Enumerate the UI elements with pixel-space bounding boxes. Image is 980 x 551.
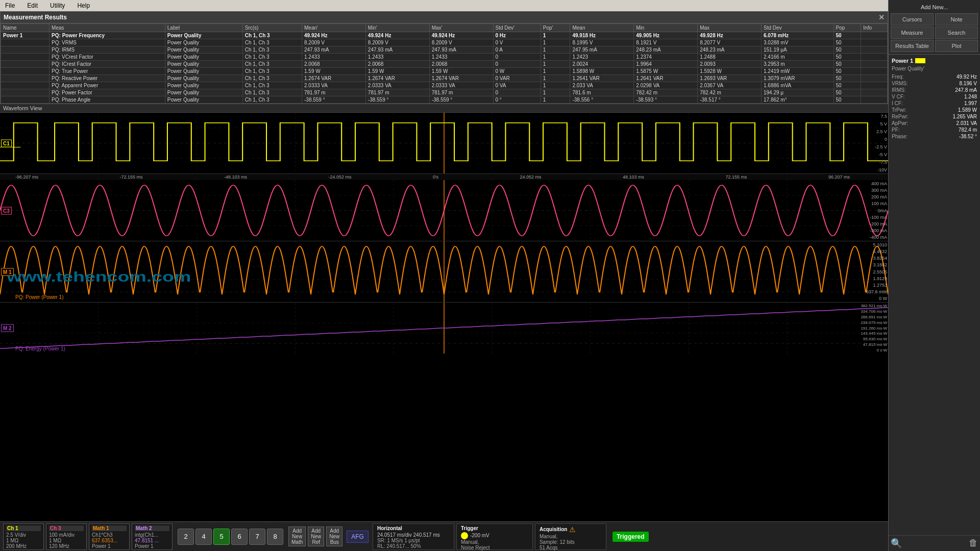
horizontal-label: Horizontal <box>377 525 450 531</box>
time-label-6: 48.103 ms <box>623 174 644 180</box>
time-label-8: 96.207 ms <box>828 174 850 180</box>
acquisition-warning-icon: ⚠ <box>569 525 576 534</box>
plot-button[interactable]: Plot <box>935 40 978 52</box>
note-button[interactable]: Note <box>935 13 978 26</box>
search-button[interactable]: Search <box>935 27 978 39</box>
math2-value: 47.8151 ... <box>135 538 169 543</box>
time-label-5: 24.052 ms <box>520 174 542 180</box>
m2-desc: PQ: Energy (Power 1) <box>15 346 65 352</box>
col-pop: Pop <box>834 24 861 32</box>
ch1-waveform <box>0 113 888 173</box>
col-min: Min <box>634 24 698 32</box>
horizontal-main: 24.0517 ms/div 240.517 ms <box>377 532 450 538</box>
m1-row: M 1 PQ: Power (Power 1) <box>0 241 888 303</box>
pq-row: RePwr:1.265 VAR <box>892 113 977 120</box>
num-btn-8[interactable]: 8 <box>267 529 283 545</box>
waveform-section: Waveform View C1 <box>0 104 888 521</box>
ch1-info-box[interactable]: Ch 1 2.5 V/div 1 MΩ 200 MHz <box>3 523 44 550</box>
m2-waveform <box>0 303 888 354</box>
menu-help[interactable]: Help <box>74 1 93 10</box>
math1-formula: Ch1*Ch3 <box>92 532 127 538</box>
ch1-scale-labels: 7.55 V2.5 V0-2.5 V-5 V-7.5-10V <box>852 113 888 173</box>
meas-table: Name Meas Label Src(s) Mean' Min' Max' S… <box>1 23 888 104</box>
horizontal-info[interactable]: Horizontal 24.0517 ms/div 240.517 ms SR:… <box>373 523 454 550</box>
results-sidebar: Power 1 Power Quality' Freq:49.92 HzVRMS… <box>889 54 980 535</box>
measure-button[interactable]: Measure <box>891 27 934 39</box>
pq-row: TrPwr:1.589 W <box>892 107 977 113</box>
math2-label: Power 1 <box>135 543 169 549</box>
add-bus-button[interactable]: AddNewBus <box>326 527 342 546</box>
num-btn-4[interactable]: 4 <box>195 529 212 545</box>
add-bus-buttons: AddNewBus <box>326 527 342 546</box>
table-row: PQ: VRMSPower QualityCh 1, Ch 38.2009 V8… <box>1 39 888 46</box>
col-src: Src(s) <box>242 24 302 32</box>
ch3-waveform <box>0 180 888 241</box>
col-stddev: Std Dev <box>761 24 834 32</box>
col-label: Label <box>165 24 242 32</box>
bottom-bar: Ch 1 2.5 V/div 1 MΩ 200 MHz Ch 3 100 mA/… <box>0 521 888 551</box>
ch1-bw: 200 MHz <box>6 543 41 549</box>
pq-row: V CF:1.248 <box>892 93 977 100</box>
zoom-button[interactable]: 🔍 <box>891 538 902 549</box>
m2-scale-labels: 382.521 ms·W 334.706 ms·W 286.891 ms·W 2… <box>852 303 888 354</box>
menu-file[interactable]: File <box>2 1 18 10</box>
ch3-vdiv: 100 mA/div <box>49 532 84 538</box>
ch3-impedance: 1 MΩ <box>49 538 84 543</box>
add-math-button[interactable]: AddNewMath <box>288 527 306 546</box>
math1-label: Power 1 <box>92 543 127 549</box>
meas-close-button[interactable]: ✕ <box>878 13 885 21</box>
m1-label[interactable]: M 1 <box>1 268 14 276</box>
ch1-row: C1 <box>0 113 888 174</box>
math2-formula: intg(Ch1... <box>135 532 169 538</box>
svg-text:www.tehencom.com: www.tehencom.com <box>6 269 191 285</box>
ch1-label[interactable]: C1 <box>1 139 12 147</box>
col-mean: Mean <box>570 24 634 32</box>
trigger-ch: -200 mV <box>470 533 489 538</box>
cursors-button[interactable]: Cursors <box>891 13 934 26</box>
math1-info-box[interactable]: Math 1 Ch1*Ch3 637.6353... Power 1 <box>89 523 130 550</box>
table-row: PQ: Phase AnglePower QualityCh 1, Ch 3-3… <box>1 96 888 104</box>
pq-row: ApPwr:2.031 VA <box>892 120 977 127</box>
add-ref-button[interactable]: AddNewRef <box>308 527 324 546</box>
sidebar-bottom-buttons: 🔍 🗑 <box>889 535 980 551</box>
menu-utility[interactable]: Utility <box>47 1 68 10</box>
time-label-7: 72.155 ms <box>725 174 747 180</box>
num-btn-5[interactable]: 5 <box>213 529 230 545</box>
add-buttons: AddNewMath <box>288 527 306 546</box>
menu-bar: File Edit Utility Help <box>0 0 888 11</box>
trigger-indicator <box>461 532 468 539</box>
afg-button[interactable]: AFG <box>347 531 369 543</box>
measurement-panel: Measurement Results ✕ Name Meas Label Sr… <box>0 11 888 104</box>
bot-btn-row: Results Table Plot <box>891 40 978 52</box>
m2-row: M 2 PQ: Energy (Power 1) <box>0 303 888 354</box>
sidebar-top: Add New... Cursors Note Measure Search R… <box>889 0 980 54</box>
mid-btn-row: Measure Search <box>891 27 978 39</box>
trigger-info[interactable]: Trigger -200 mV Manual, Noise Reject <box>456 523 533 550</box>
horizontal-sr: SR: 1 MS/s 1 μs/pt <box>377 538 450 543</box>
acquisition-label: Acquisition <box>540 527 567 532</box>
ch3-label[interactable]: C3 <box>1 207 12 214</box>
table-row: PQ: Power FactorPower QualityCh 1, Ch 37… <box>1 89 888 96</box>
acquisition-sample: Sample: 12 bits <box>540 539 602 545</box>
waveform-container[interactable]: C1 <box>0 113 888 521</box>
ch3-scale-labels: 400 mA300 mA200 mA100 mA0mA-100 mA-200 m… <box>852 180 888 241</box>
menu-edit[interactable]: Edit <box>24 1 41 10</box>
col-max-p: Max' <box>429 24 493 32</box>
results-table-button[interactable]: Results Table <box>891 40 934 52</box>
col-info: Info <box>861 24 888 32</box>
acquisition-info[interactable]: Acquisition ⚠ Manual, Sample: 12 bits 51… <box>535 523 606 550</box>
pq-row: PF:782.4 m <box>892 127 977 133</box>
col-name: Name <box>1 24 50 32</box>
delete-button[interactable]: 🗑 <box>969 538 978 549</box>
m1-desc: PQ: Power (Power 1) <box>15 294 63 300</box>
math1-box-name: Math 1 <box>92 525 127 531</box>
num-btn-7[interactable]: 7 <box>249 529 265 545</box>
ch3-box-name: Ch 3 <box>49 525 84 531</box>
num-btn-6[interactable]: 6 <box>231 529 248 545</box>
pq-row: I CF:1.997 <box>892 100 977 107</box>
math2-info-box[interactable]: Math 2 intg(Ch1... 47.8151 ... Power 1 <box>132 523 173 550</box>
ch1-box-name: Ch 1 <box>6 525 41 531</box>
m2-label[interactable]: M 2 <box>1 324 14 332</box>
num-btn-2[interactable]: 2 <box>178 529 194 545</box>
ch3-info-box[interactable]: Ch 3 100 mA/div 1 MΩ 120 MHz <box>46 523 87 550</box>
